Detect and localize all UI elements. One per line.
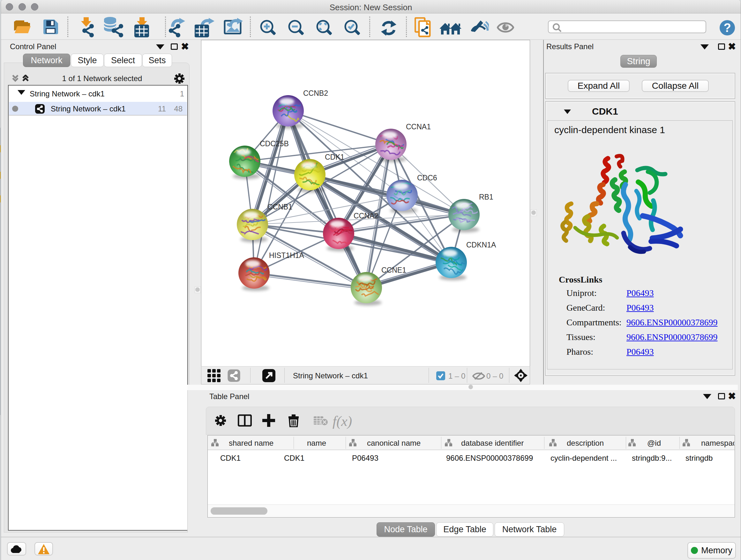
svg-text:HIST1H1A: HIST1H1A [269, 251, 305, 260]
svg-text:CDK1: CDK1 [325, 153, 344, 161]
svg-text:CDKN1A: CDKN1A [466, 241, 496, 249]
svg-text:CCNA1: CCNA1 [406, 123, 431, 131]
svg-text:CDC6: CDC6 [417, 174, 437, 182]
svg-text:CCNA2: CCNA2 [354, 212, 379, 220]
svg-text:CCNB1: CCNB1 [267, 203, 292, 211]
svg-text:CCNE1: CCNE1 [381, 266, 406, 274]
svg-text:RB1: RB1 [479, 193, 493, 201]
svg-text:?: ? [724, 21, 731, 35]
svg-text:CDC25B: CDC25B [260, 139, 289, 148]
svg-text:CCNB2: CCNB2 [303, 89, 328, 98]
